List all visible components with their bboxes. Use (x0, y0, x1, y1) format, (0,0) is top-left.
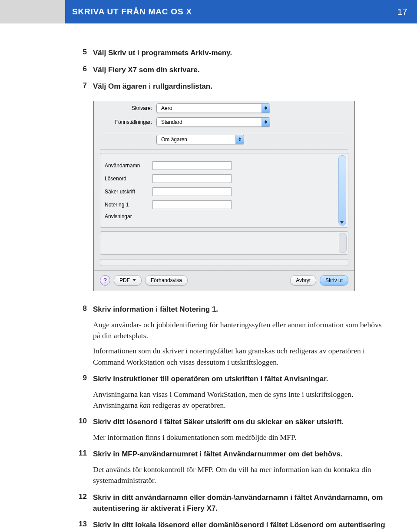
step-8: 8 Skriv information i fältet Notering 1.… (70, 304, 387, 368)
header-blue-block: SKRIVA UT FRÅN MAC OS X 17 (65, 0, 417, 23)
step-13: 13 Skriv in ditt lokala lösenord eller d… (70, 520, 387, 532)
pdf-button[interactable]: PDF (114, 275, 142, 286)
page-number: 17 (397, 7, 407, 17)
step-9: 9 Skriv instruktioner till operatören om… (70, 374, 387, 411)
secure-print-input[interactable] (152, 187, 232, 196)
presets-value: Standard (157, 119, 187, 125)
presets-label: Förinställningar: (100, 119, 156, 125)
instructions-row: Anvisningar (105, 213, 337, 219)
instructions-text-box (100, 231, 348, 255)
password-input[interactable] (152, 174, 232, 183)
scrollbar[interactable] (339, 233, 347, 253)
step-number: 8 (70, 304, 93, 368)
pdf-label: PDF (119, 277, 130, 283)
help-button[interactable]: ? (100, 275, 110, 286)
step-paragraph: Det används för kontokontroll för MFP. O… (93, 464, 387, 486)
section-value: Om ägaren (157, 136, 192, 143)
step-10: 10 Skriv ditt lösenord i fältet Säker ut… (70, 417, 387, 443)
step-number: 9 (70, 374, 93, 411)
cancel-label: Avbryt (296, 277, 311, 283)
step-title: Skriv in MFP-användarnumret i fältet Anv… (93, 449, 387, 460)
presets-row: Förinställningar: Standard (94, 115, 354, 129)
printer-label: Skrivare: (100, 105, 156, 111)
step-number: 7 (70, 81, 93, 92)
printer-value: Aero (157, 105, 176, 111)
step-number: 10 (70, 417, 93, 443)
step-7: 7 Välj Om ägaren i rullgardinslistan. (70, 81, 387, 92)
printer-select[interactable]: Aero (156, 103, 270, 113)
chevron-up-down-icon (261, 118, 270, 126)
password-label: Lösenord (105, 176, 152, 182)
step-paragraph: Mer information finns i dokumentationen … (93, 432, 387, 443)
cancel-button[interactable]: Avbryt (290, 275, 316, 286)
owner-fields-box: Användarnamn Lösenord Säker utskrift Not… (100, 153, 348, 228)
step-number: 5 (70, 48, 93, 59)
print-dialog: Skrivare: Aero Förinställningar: Standar… (93, 101, 355, 291)
chevron-up-down-icon (261, 104, 270, 113)
password-row: Lösenord (105, 174, 337, 183)
step-title: Skriv in ditt användarnamn eller domän-\… (93, 492, 387, 514)
step-paragraph: Anvisningarna kan visas i Command WorkSt… (93, 389, 387, 411)
note1-label: Notering 1 (105, 202, 152, 208)
username-label: Användarnamn (105, 163, 152, 169)
username-row: Användarnamn (105, 161, 337, 170)
printer-row: Skrivare: Aero (94, 101, 354, 115)
step-title: Välj Fiery X7 som din skrivare. (93, 65, 387, 76)
step-title: Välj Skriv ut i programmets Arkiv-meny. (93, 48, 387, 59)
page-header: SKRIVA UT FRÅN MAC OS X 17 (0, 0, 417, 23)
header-title: SKRIVA UT FRÅN MAC OS X (72, 7, 192, 17)
step-number: 12 (70, 492, 93, 514)
instructions-label: Anvisningar (105, 213, 152, 219)
step-title: Välj Om ägaren i rullgardinslistan. (93, 81, 387, 92)
step-number: 6 (70, 65, 93, 76)
step-12: 12 Skriv in ditt användarnamn eller domä… (70, 492, 387, 514)
presets-select[interactable]: Standard (156, 117, 270, 127)
step-11: 11 Skriv in MFP-användarnumret i fältet … (70, 449, 387, 486)
preview-button[interactable]: Förhandsvisa (145, 275, 188, 286)
username-input[interactable] (152, 161, 232, 170)
document-body: 5 Välj Skriv ut i programmets Arkiv-meny… (0, 48, 417, 532)
step-5: 5 Välj Skriv ut i programmets Arkiv-meny… (70, 48, 387, 59)
separator (100, 149, 348, 150)
section-select[interactable]: Om ägaren (156, 135, 244, 144)
spacer-box (100, 259, 348, 266)
note1-row: Notering 1 (105, 200, 337, 209)
print-button[interactable]: Skriv ut (320, 275, 348, 286)
help-icon: ? (103, 277, 107, 284)
step-number: 11 (70, 449, 93, 486)
step-title: Skriv in ditt lokala lösenord eller domä… (93, 520, 387, 532)
print-label: Skriv ut (325, 277, 343, 283)
step-number: 13 (70, 520, 93, 532)
chevron-up-down-icon (235, 135, 244, 144)
step-title: Skriv ditt lösenord i fältet Säker utskr… (93, 417, 387, 428)
chevron-down-icon (132, 279, 136, 281)
scrollbar[interactable] (338, 155, 346, 226)
dialog-footer: ? PDF Förhandsvisa Avbryt Skriv ut (94, 271, 354, 291)
step-paragraph: Ange användar- och jobbidentifiering för… (93, 319, 387, 342)
separator (100, 132, 348, 132)
secure-print-label: Säker utskrift (105, 189, 152, 195)
section-row: Om ägaren (94, 135, 354, 146)
secure-print-row: Säker utskrift (105, 187, 337, 196)
step-title: Skriv information i fältet Notering 1. (93, 304, 387, 315)
note1-input[interactable] (152, 200, 232, 209)
step-6: 6 Välj Fiery X7 som din skrivare. (70, 65, 387, 76)
step-paragraph: Informationen som du skriver i noterings… (93, 346, 387, 368)
step-title: Skriv instruktioner till operatören om u… (93, 374, 387, 385)
preview-label: Förhandsvisa (151, 277, 182, 283)
header-gray-block (0, 0, 65, 23)
